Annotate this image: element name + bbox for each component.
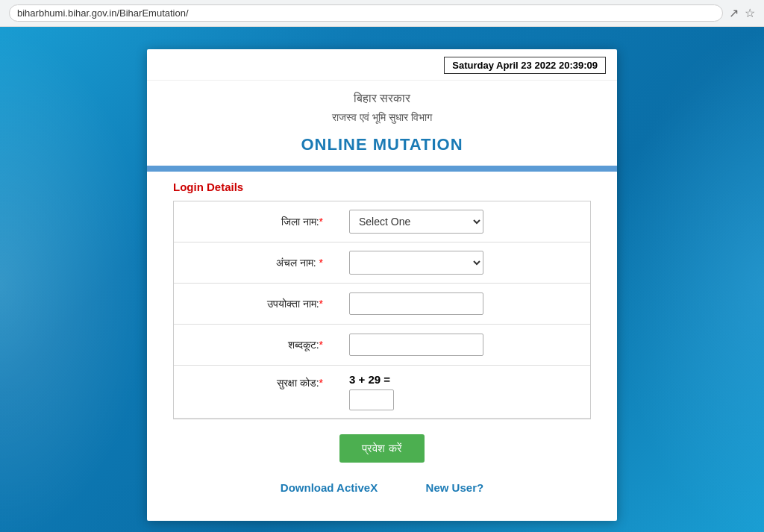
captcha-area: 3 + 29 = (338, 366, 590, 418)
username-input-area (338, 285, 590, 322)
captcha-row: सुरक्षा कोड:* 3 + 29 = (174, 366, 590, 419)
form-border: जिला नाम:* Select One अंचल नाम: * (173, 201, 591, 419)
password-row: शब्दकूट:* (174, 325, 590, 366)
district-select[interactable]: Select One (349, 210, 483, 234)
hindi-subtitle: राजस्व एवं भूमि सुधार विभाग (162, 111, 602, 124)
form-container: Login Details जिला नाम:* Select One (147, 172, 617, 498)
bg-decoration-right (615, 27, 764, 532)
download-activex-link[interactable]: Download ActiveX (281, 481, 378, 494)
main-card: Saturday April 23 2022 20:39:09 बिहार सर… (147, 49, 617, 521)
required-star-captcha: * (319, 377, 323, 389)
bg-decoration-left (0, 27, 149, 532)
district-label: जिला नाम:* (174, 208, 338, 236)
required-star-user: * (319, 298, 323, 310)
submit-section: प्रवेश करें (162, 419, 602, 474)
required-star-circle: * (319, 257, 323, 269)
password-input[interactable] (349, 334, 483, 356)
circle-select[interactable] (349, 251, 483, 275)
submit-button[interactable]: प्रवेश करें (339, 434, 424, 463)
circle-input-area (338, 243, 590, 282)
blue-divider (147, 166, 617, 172)
username-input[interactable] (349, 292, 483, 315)
district-row: जिला नाम:* Select One (174, 201, 590, 242)
username-label: उपयोक्ता नाम:* (174, 290, 338, 318)
header-section: बिहार सरकार राजस्व एवं भूमि सुधार विभाग … (147, 81, 617, 166)
datetime-display: Saturday April 23 2022 20:39:09 (444, 57, 606, 74)
hindi-title: बिहार सरकार (162, 92, 602, 105)
required-star: * (319, 216, 323, 228)
captcha-equation: 3 + 29 = (349, 373, 579, 386)
username-row: उपयोक्ता नाम:* (174, 284, 590, 325)
password-label: शब्दकूट:* (174, 331, 338, 359)
share-icon[interactable]: ↗ (729, 6, 739, 20)
browser-bar: biharbhumi.bihar.gov.in/BiharEmutation/ … (0, 0, 764, 27)
bookmark-icon[interactable]: ☆ (745, 6, 755, 20)
page-background: Saturday April 23 2022 20:39:09 बिहार सर… (0, 27, 764, 532)
circle-label: अंचल नाम: * (174, 249, 338, 277)
password-input-area (338, 326, 590, 363)
circle-row: अंचल नाम: * (174, 242, 590, 284)
login-details-label: Login Details (162, 172, 602, 201)
district-input-area: Select One (338, 202, 590, 241)
required-star-pwd: * (319, 339, 323, 351)
datetime-bar: Saturday April 23 2022 20:39:09 (147, 49, 617, 81)
browser-actions: ↗ ☆ (729, 6, 755, 20)
captcha-input[interactable] (349, 389, 394, 410)
captcha-label: सुरक्षा कोड:* (174, 366, 338, 397)
new-user-link[interactable]: New User? (426, 481, 484, 494)
bottom-links: Download ActiveX New User? (162, 474, 602, 498)
page-title: ONLINE MUTATION (162, 135, 602, 154)
url-bar[interactable]: biharbhumi.bihar.gov.in/BiharEmutation/ (9, 4, 723, 22)
